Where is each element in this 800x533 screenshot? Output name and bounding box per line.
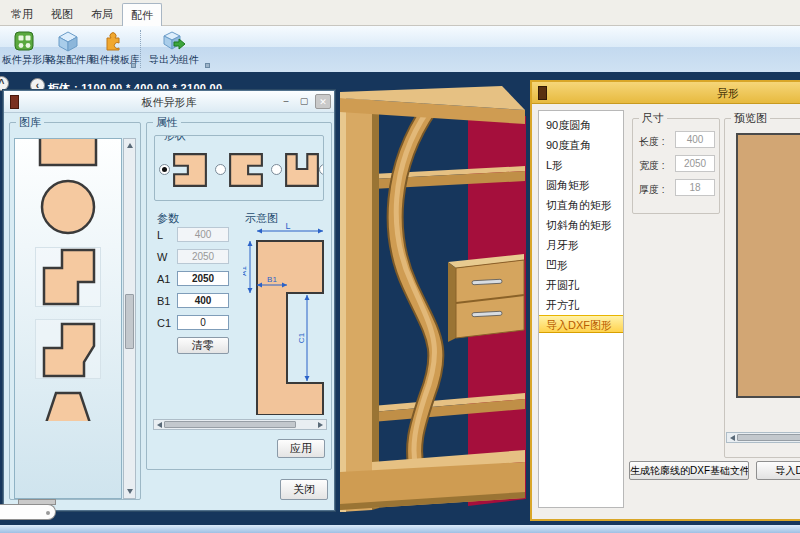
width-field [675, 155, 715, 172]
param-name-B1: B1 [157, 295, 170, 307]
param-input-C1[interactable] [177, 315, 229, 330]
param-name-A1: A1 [157, 273, 170, 285]
list-item[interactable]: 圆角矩形 [539, 175, 623, 195]
gallery-shape-u-notch-square[interactable] [35, 138, 101, 167]
properties-group: 属性 形状 [146, 122, 332, 470]
gallery-shape-step[interactable] [35, 247, 101, 307]
dialog-title: 异形 [717, 86, 739, 101]
collapsed-panel-handle[interactable] [0, 504, 56, 520]
preview-group: 预览图 [724, 118, 800, 458]
dialog-titlebar[interactable]: 异形 [532, 82, 800, 104]
gallery-list [14, 138, 122, 499]
list-item[interactable]: 切斜角的矩形 [539, 215, 623, 235]
scroll-right-icon[interactable] [318, 422, 323, 428]
list-item[interactable]: 月牙形 [539, 235, 623, 255]
tool-rack-fitting-library[interactable]: 格架配件库 [46, 28, 90, 72]
tool-label: 格架配件库 [46, 53, 90, 67]
minimize-button[interactable]: – [278, 94, 294, 109]
tool-panel-shape-library[interactable]: 板件异形库 [2, 28, 46, 72]
scrollbar-thumb[interactable] [737, 434, 800, 441]
preview-group-label: 预览图 [731, 112, 770, 125]
collapse-up-button[interactable]: ^ [0, 76, 9, 91]
length-label: 长度 : [639, 135, 665, 149]
list-item[interactable]: 90度圆角 [539, 115, 623, 135]
tool-export-as-component[interactable]: 导出为组件 [146, 28, 202, 72]
group-dialog-launcher-icon[interactable] [131, 63, 136, 68]
schematic-diagram: L A1 B1 C1 [243, 223, 329, 415]
gallery-shape-step-chamfer[interactable] [35, 319, 101, 379]
tool-component-template-library[interactable]: 组件模板库 [90, 28, 136, 72]
list-item[interactable]: L形 [539, 155, 623, 175]
param-input-B1[interactable] [177, 293, 229, 308]
dim-L: L [285, 223, 290, 231]
tab-view[interactable]: 视图 [42, 3, 82, 26]
scrollbar-thumb[interactable] [125, 294, 134, 349]
ribbon-toolbar: 板件异形库 格架配件库 组件模板库 导出为组件 [0, 26, 800, 74]
shape-group-label: 形状 [161, 135, 189, 142]
preview-hscrollbar[interactable] [726, 432, 800, 443]
shape-option-notch-left-icon[interactable] [172, 152, 208, 188]
application-window: 常用 视图 布局 配件 板件异形库 格架配件库 [0, 0, 800, 533]
dim-A1: A1 [243, 266, 248, 276]
list-item[interactable]: 开圆孔 [539, 275, 623, 295]
gallery-group-label: 图库 [16, 116, 44, 129]
group-dialog-launcher-icon[interactable] [205, 63, 210, 68]
gallery-shape-circle[interactable] [35, 179, 101, 235]
radio-shape-notch-right[interactable] [215, 164, 226, 175]
radio-shape-clipped[interactable] [319, 164, 324, 175]
properties-hscrollbar[interactable] [153, 419, 327, 430]
properties-group-label: 属性 [153, 116, 181, 129]
thickness-label: 厚度 : [639, 183, 665, 197]
list-item[interactable]: 切直角的矩形 [539, 195, 623, 215]
tab-accessories[interactable]: 配件 [122, 3, 162, 26]
tool-label: 板件异形库 [2, 53, 46, 67]
tab-layout[interactable]: 布局 [82, 3, 122, 26]
rack-fitting-library-icon [56, 29, 80, 53]
gallery-scrollbar[interactable] [123, 138, 136, 499]
tool-label: 导出为组件 [146, 53, 202, 67]
param-input-A1[interactable] [177, 271, 229, 286]
clear-button[interactable]: 清零 [177, 337, 229, 354]
list-item[interactable]: 凹形 [539, 255, 623, 275]
radio-shape-notch-left[interactable] [159, 164, 170, 175]
gallery-shape-trapezoid[interactable] [35, 391, 101, 421]
size-group: 尺寸 长度 : 宽度 : 厚度 : [632, 118, 720, 214]
param-input-W [177, 249, 229, 264]
close-button[interactable]: 关闭 [280, 479, 328, 500]
status-bar [0, 525, 800, 533]
panel-preview [736, 133, 800, 398]
panel-shape-library-icon [12, 29, 36, 53]
scroll-left-icon[interactable] [730, 435, 735, 441]
length-field [675, 131, 715, 148]
special-shape-dialog: 异形 90度圆角 90度直角 L形 圆角矩形 切直角的矩形 切斜角的矩形 月牙形… [530, 80, 800, 521]
scroll-down-icon[interactable] [127, 489, 133, 494]
dialog-titlebar[interactable]: 板件异形库 – ▢ ✕ [4, 91, 334, 113]
component-template-library-icon [101, 29, 125, 53]
close-icon[interactable]: ✕ [315, 94, 331, 109]
export-as-component-icon [162, 29, 186, 53]
radio-shape-u-notch[interactable] [271, 164, 282, 175]
param-input-L [177, 227, 229, 242]
scroll-up-icon[interactable] [127, 143, 133, 148]
shape-option-notch-right-icon[interactable] [228, 152, 264, 188]
panel-shape-library-dialog: 板件异形库 – ▢ ✕ 图库 [3, 90, 335, 511]
apply-button[interactable]: 应用 [277, 439, 325, 458]
list-item[interactable]: 开方孔 [539, 295, 623, 315]
shape-option-u-notch-icon[interactable] [284, 152, 320, 188]
toolbar-separator [140, 30, 141, 68]
scrollbar-thumb[interactable] [164, 421, 296, 428]
param-name-L: L [157, 229, 163, 241]
list-item[interactable]: 90度直角 [539, 135, 623, 155]
tab-common[interactable]: 常用 [2, 3, 42, 26]
maximize-button[interactable]: ▢ [296, 94, 312, 109]
list-item-selected[interactable]: 导入DXF图形 [539, 315, 623, 333]
shape-type-list: 90度圆角 90度直角 L形 圆角矩形 切直角的矩形 切斜角的矩形 月牙形 凹形… [538, 110, 624, 508]
size-group-label: 尺寸 [639, 112, 667, 125]
width-label: 宽度 : [639, 159, 665, 173]
import-dxf-button[interactable]: 导入DXF... [756, 461, 800, 480]
scroll-left-icon[interactable] [157, 422, 162, 428]
generate-dxf-button[interactable]: 生成轮廓线的DXF基础文件... [629, 461, 749, 480]
params-label: 参数 [157, 211, 179, 226]
dim-C1: C1 [297, 332, 306, 343]
3d-viewport[interactable] [332, 74, 532, 525]
